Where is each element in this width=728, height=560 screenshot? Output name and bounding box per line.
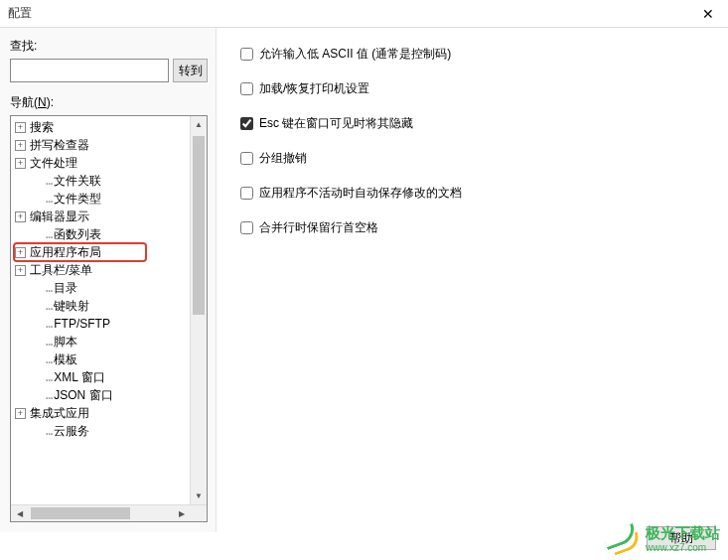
tree-item-label: 搜索 — [30, 119, 54, 136]
option-label[interactable]: 加载/恢复打印机设置 — [259, 80, 369, 97]
tree-item[interactable]: …XML 窗口 — [11, 368, 207, 386]
option-checkbox[interactable] — [240, 48, 253, 61]
tree-item-label: XML 窗口 — [54, 369, 105, 386]
option-label[interactable]: 应用程序不活动时自动保存修改的文档 — [259, 185, 462, 202]
expand-icon[interactable]: + — [15, 122, 26, 133]
tree-item[interactable]: …脚本 — [11, 333, 207, 350]
tree-item[interactable]: …JSON 窗口 — [11, 386, 207, 404]
help-button[interactable]: 帮助 — [647, 526, 716, 550]
footer: 帮助 — [647, 526, 716, 550]
tree-item-label: 函数列表 — [54, 226, 101, 243]
option-row: 合并行时保留行首空格 — [240, 219, 704, 236]
tree-item-label: JSON 窗口 — [54, 387, 112, 404]
tree-spacer — [31, 283, 42, 294]
expand-icon[interactable]: + — [15, 247, 26, 258]
scroll-right-arrow-icon[interactable]: ▶ — [173, 505, 190, 521]
tree-spacer — [31, 176, 42, 187]
tree-branch-icon: … — [46, 424, 52, 438]
nav-label-post: ): — [47, 95, 54, 109]
tree-item-label: 文件类型 — [54, 191, 101, 208]
window-title: 配置 — [8, 5, 32, 22]
option-checkbox[interactable] — [240, 152, 253, 165]
tree-item-label: 集成式应用 — [30, 405, 89, 422]
tree-spacer — [31, 301, 42, 312]
scroll-down-arrow-icon[interactable]: ▼ — [191, 488, 207, 504]
tree-item[interactable]: …键映射 — [11, 297, 207, 315]
expand-icon[interactable]: + — [15, 211, 26, 222]
nav-label-pre: 导航( — [10, 95, 38, 109]
nav-tree-container: +搜索+拼写检查器+文件处理…文件关联…文件类型+编辑器显示…函数列表+应用程序… — [10, 115, 208, 522]
tree-item-label: 目录 — [54, 280, 77, 297]
option-checkbox[interactable] — [240, 82, 253, 95]
tree-spacer — [31, 337, 42, 348]
option-checkbox[interactable] — [240, 221, 253, 234]
tree-item[interactable]: +搜索 — [11, 118, 207, 136]
tree-spacer — [31, 229, 42, 240]
option-label[interactable]: 允许输入低 ASCII 值 (通常是控制码) — [259, 46, 451, 63]
scroll-up-arrow-icon[interactable]: ▲ — [191, 116, 207, 133]
tree-branch-icon: … — [46, 370, 52, 384]
tree-spacer — [31, 319, 42, 330]
tree-branch-icon: … — [46, 335, 52, 349]
nav-tree[interactable]: +搜索+拼写检查器+文件处理…文件关联…文件类型+编辑器显示…函数列表+应用程序… — [11, 116, 207, 521]
find-input[interactable] — [10, 59, 169, 82]
tree-spacer — [31, 372, 42, 383]
tree-scrollbar-vertical[interactable]: ▲ ▼ — [190, 116, 207, 504]
tree-item[interactable]: …模板 — [11, 350, 207, 368]
option-checkbox[interactable] — [240, 187, 253, 200]
tree-item[interactable]: +应用程序布局 — [11, 243, 207, 261]
scroll-thumb-horizontal[interactable] — [31, 507, 130, 519]
option-checkbox[interactable] — [240, 117, 253, 130]
find-label: 查找: — [10, 38, 208, 55]
tree-item-label: 文件处理 — [30, 155, 77, 172]
nav-label: 导航(N): — [10, 94, 208, 111]
tree-branch-icon: … — [46, 227, 52, 241]
close-button[interactable]: ✕ — [688, 0, 728, 28]
expand-icon[interactable]: + — [15, 140, 26, 151]
tree-item-label: 脚本 — [54, 334, 77, 350]
tree-item[interactable]: …目录 — [11, 279, 207, 297]
option-label[interactable]: Esc 键在窗口可见时将其隐藏 — [259, 115, 413, 132]
tree-item-label: 工具栏/菜单 — [30, 262, 92, 279]
expand-icon[interactable]: + — [15, 158, 26, 169]
tree-item[interactable]: …文件关联 — [11, 172, 207, 190]
tree-item[interactable]: +拼写检查器 — [11, 136, 207, 154]
scroll-corner — [190, 505, 207, 522]
tree-spacer — [31, 426, 42, 437]
titlebar: 配置 ✕ — [0, 0, 728, 28]
option-label[interactable]: 合并行时保留行首空格 — [259, 219, 378, 236]
tree-item-label: 键映射 — [54, 298, 89, 315]
option-row: 应用程序不活动时自动保存修改的文档 — [240, 185, 704, 202]
option-row: 分组撤销 — [240, 150, 704, 167]
tree-item[interactable]: …FTP/SFTP — [11, 315, 207, 333]
tree-item-label: 云服务 — [54, 423, 89, 440]
tree-item-label: 拼写检查器 — [30, 137, 89, 154]
tree-item[interactable]: …函数列表 — [11, 225, 207, 243]
scroll-left-arrow-icon[interactable]: ◀ — [11, 505, 28, 521]
option-row: Esc 键在窗口可见时将其隐藏 — [240, 115, 704, 132]
scroll-thumb-vertical[interactable] — [193, 136, 205, 315]
tree-spacer — [31, 194, 42, 205]
tree-item-label: 模板 — [54, 351, 77, 368]
tree-item-label: 文件关联 — [54, 173, 101, 190]
tree-item[interactable]: +编辑器显示 — [11, 208, 207, 225]
tree-branch-icon: … — [46, 388, 52, 402]
option-label[interactable]: 分组撤销 — [259, 150, 307, 167]
tree-item[interactable]: +工具栏/菜单 — [11, 261, 207, 279]
tree-item[interactable]: …文件类型 — [11, 190, 207, 208]
expand-icon[interactable]: + — [15, 265, 26, 276]
tree-item-label: 编辑器显示 — [30, 209, 89, 225]
tree-item-label: FTP/SFTP — [54, 317, 110, 331]
tree-item[interactable]: +文件处理 — [11, 154, 207, 172]
goto-button[interactable]: 转到 — [173, 59, 208, 82]
content-area: 查找: 转到 导航(N): +搜索+拼写检查器+文件处理…文件关联…文件类型+编… — [0, 28, 728, 532]
tree-branch-icon: … — [46, 281, 52, 295]
tree-item[interactable]: …云服务 — [11, 422, 207, 440]
left-panel: 查找: 转到 导航(N): +搜索+拼写检查器+文件处理…文件关联…文件类型+编… — [0, 28, 217, 532]
tree-spacer — [31, 390, 42, 401]
tree-scrollbar-horizontal[interactable]: ◀ ▶ — [11, 504, 207, 521]
expand-icon[interactable]: + — [15, 408, 26, 419]
tree-item[interactable]: +集成式应用 — [11, 404, 207, 422]
tree-branch-icon: … — [46, 317, 52, 331]
tree-branch-icon: … — [46, 352, 52, 366]
